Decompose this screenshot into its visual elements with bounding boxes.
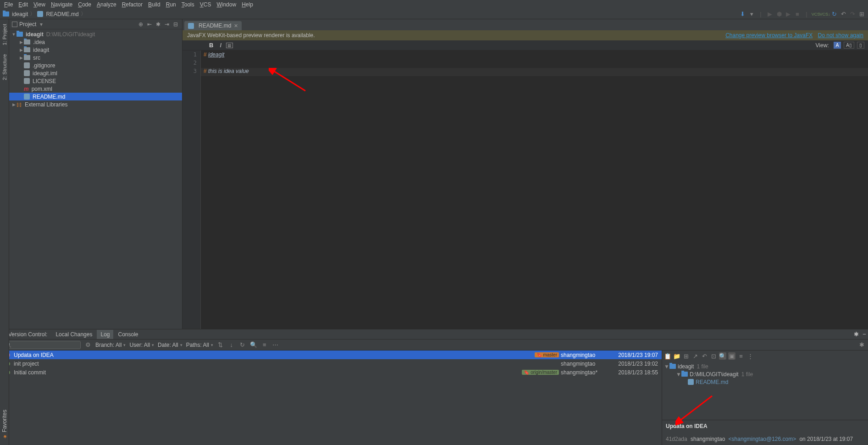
menu-vcs[interactable]: VCS	[198, 0, 214, 9]
back-icon[interactable]: ↶	[840, 11, 847, 18]
settings-icon[interactable]: ✱	[858, 341, 865, 349]
paths-filter[interactable]: Paths: All	[186, 342, 213, 348]
breadcrumb-file[interactable]: README.md	[46, 11, 78, 17]
menu-analyze[interactable]: Analyze	[94, 0, 119, 9]
banner-link-change[interactable]: Change preview browser to JavaFX	[725, 32, 813, 39]
tab-console[interactable]: Console	[114, 330, 142, 339]
group-icon[interactable]: 📁	[673, 352, 680, 360]
help-icon[interactable]: ≡	[261, 341, 268, 349]
regex-icon[interactable]: ⚙	[84, 341, 92, 349]
menu-help[interactable]: Help	[239, 0, 255, 9]
more-icon[interactable]: ⋯	[272, 341, 279, 349]
tab-log[interactable]: Log	[97, 330, 113, 339]
menu-bar: FileEditViewNavigateCodeAnalyzeRefactorB…	[0, 0, 868, 9]
menu-edit[interactable]: Edit	[16, 0, 30, 9]
tree-item[interactable]: ▶src	[9, 54, 182, 61]
expand-icon[interactable]: ⇥	[163, 21, 171, 28]
bold-button[interactable]: B	[207, 42, 215, 49]
tree-item[interactable]: mpom.xml	[9, 85, 182, 93]
breadcrumb-root[interactable]: ideagit	[12, 11, 28, 17]
tool-project[interactable]: 1: Project	[2, 21, 7, 48]
tree-external[interactable]: ▶⫿⫿External Libraries	[9, 100, 182, 108]
vcs-update-icon[interactable]: ⬇	[739, 11, 746, 18]
view-split-button[interactable]: A▯	[844, 42, 854, 49]
prev-icon[interactable]: ⊡	[710, 352, 717, 360]
intellisort-icon[interactable]: ⇅	[217, 341, 224, 349]
collapse-all-icon[interactable]: ↗	[691, 352, 699, 360]
editor-tab[interactable]: README.md ✕	[184, 21, 242, 30]
commit-row[interactable]: init projectshangmingtao2018/1/23 19:02	[0, 359, 662, 368]
show-diff-icon[interactable]: 📋	[664, 352, 671, 360]
search-input[interactable]: 🔍	[3, 341, 81, 349]
vcs-icon[interactable]: VCS	[812, 11, 819, 18]
menu-navigate[interactable]: Navigate	[49, 0, 75, 9]
menu-window[interactable]: Window	[214, 0, 238, 9]
log-filter-bar: 🔍 ⚙ Branch: All User: All Date: All Path…	[0, 339, 868, 350]
forward-icon[interactable]: ↷	[849, 11, 856, 18]
tool-structure[interactable]: 2: Structure	[2, 51, 7, 83]
panel-title: Project	[19, 21, 36, 28]
target-icon[interactable]: ⊕	[137, 21, 144, 28]
dropdown-icon[interactable]: ▾	[748, 11, 755, 18]
tree-item[interactable]: LICENSE	[9, 77, 182, 85]
next-icon[interactable]: ▣	[728, 352, 735, 360]
vcs-commit-icon[interactable]: VCS↓	[821, 11, 829, 18]
collapse-icon[interactable]: ⇤	[146, 21, 153, 28]
markdown-icon	[37, 11, 43, 17]
flat-icon[interactable]: ≡	[737, 352, 745, 360]
tree-item[interactable]: ▶.idea	[9, 38, 182, 46]
coverage-icon[interactable]: ▶	[785, 11, 792, 18]
folder-icon	[681, 372, 688, 377]
stop-icon[interactable]: ■	[794, 11, 801, 18]
table-button[interactable]: ▦	[226, 43, 233, 48]
date-filter[interactable]: Date: All	[158, 342, 182, 348]
tree-item[interactable]: .gitignore	[9, 61, 182, 69]
commit-list[interactable]: Updata on IDEA🔖 mastershangmingtao2018/1…	[0, 350, 662, 445]
find-icon[interactable]: 🔍	[719, 352, 726, 360]
view-preview-button[interactable]: ▯	[857, 42, 864, 49]
markdown-icon	[188, 23, 194, 29]
user-filter[interactable]: User: All	[129, 342, 154, 348]
menu-refactor[interactable]: Refactor	[120, 0, 145, 9]
italic-button[interactable]: I	[218, 42, 223, 49]
run-icon[interactable]: ▶	[766, 11, 774, 18]
menu-run[interactable]: Run	[164, 0, 178, 9]
banner-link-dismiss[interactable]: Do not show again	[818, 32, 863, 39]
menu-view[interactable]: View	[31, 0, 48, 9]
revert-icon[interactable]: ↶	[701, 352, 708, 360]
menu-code[interactable]: Code	[76, 0, 94, 9]
version-control-panel: Version Control: Local Changes Log Conso…	[0, 329, 868, 445]
tree-item[interactable]: ▶ideagit	[9, 46, 182, 54]
compact-icon[interactable]: ⋮	[746, 352, 754, 360]
cherry-pick-icon[interactable]: ↓	[228, 341, 235, 349]
minimize-icon[interactable]: −	[861, 331, 868, 338]
nav-bar: ideagit 〉 README.md 〉 ⬇ ▾ | ▶ ⬢ ▶ ■ | VC…	[0, 9, 868, 19]
tree-item[interactable]: ideagit.iml	[9, 69, 182, 77]
main-toolbar: ⬇ ▾ | ▶ ⬢ ▶ ■ | VCS VCS↓ ↻ ↶ ↷ ⊞	[739, 11, 868, 18]
sync-icon[interactable]: ↻	[830, 11, 838, 18]
vc-title: Version Control:	[5, 330, 51, 339]
tree-root[interactable]: ▼ideagitD:\MILO\GIT\ideagit	[9, 30, 182, 38]
hide-icon[interactable]: ⊟	[172, 21, 179, 28]
branch-filter[interactable]: Branch: All	[95, 342, 126, 348]
settings-icon[interactable]: ✱	[155, 21, 162, 28]
expand-all-icon[interactable]: ⊞	[682, 352, 690, 360]
debug-icon[interactable]: ⬢	[775, 11, 783, 18]
tool-favorites[interactable]: ★ Favorites	[1, 407, 8, 442]
menu-build[interactable]: Build	[146, 0, 163, 9]
tab-local-changes[interactable]: Local Changes	[52, 330, 96, 339]
gear-icon[interactable]: ✱	[852, 331, 860, 338]
goto-icon[interactable]: 🔍	[250, 341, 257, 349]
refresh-icon[interactable]: ↻	[239, 341, 246, 349]
structure-icon[interactable]: ⊞	[858, 11, 865, 18]
menu-tools[interactable]: Tools	[179, 0, 197, 9]
changed-files-tree[interactable]: ▼ideagit1 file ▼D:\MILO\GIT\ideagit1 fil…	[662, 362, 868, 420]
tree-item[interactable]: README.md	[9, 93, 182, 100]
commit-row[interactable]: Updata on IDEA🔖 mastershangmingtao2018/1…	[0, 350, 662, 359]
folder-icon	[3, 11, 9, 17]
commit-row[interactable]: Initial commit🔖 origin/mastershangmingta…	[0, 368, 662, 377]
menu-file[interactable]: File	[2, 0, 15, 9]
tab-label: README.md	[199, 22, 231, 29]
close-tab-icon[interactable]: ✕	[234, 23, 238, 29]
view-editor-button[interactable]: A	[834, 42, 841, 49]
